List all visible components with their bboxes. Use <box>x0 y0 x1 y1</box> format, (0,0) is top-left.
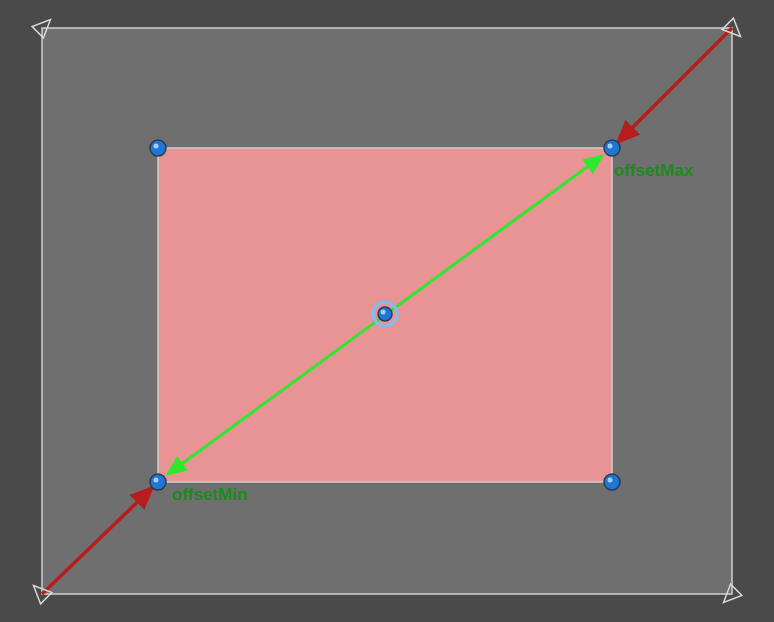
label-offsetmax: offsetMax <box>614 161 694 180</box>
diagram-canvas: offsetMin offsetMax <box>0 0 774 622</box>
svg-point-6 <box>604 474 620 490</box>
pivot-handle[interactable] <box>378 307 392 321</box>
svg-point-3 <box>608 144 613 149</box>
handle-tr[interactable] <box>604 140 620 156</box>
svg-point-5 <box>154 478 159 483</box>
svg-point-4 <box>150 474 166 490</box>
handle-tl[interactable] <box>150 140 166 156</box>
pivot-highlight <box>381 310 386 315</box>
handle-bl[interactable] <box>150 474 166 490</box>
svg-point-1 <box>154 144 159 149</box>
handle-br[interactable] <box>604 474 620 490</box>
svg-point-2 <box>604 140 620 156</box>
label-offsetmin: offsetMin <box>172 485 248 504</box>
svg-point-0 <box>150 140 166 156</box>
svg-point-7 <box>608 478 613 483</box>
